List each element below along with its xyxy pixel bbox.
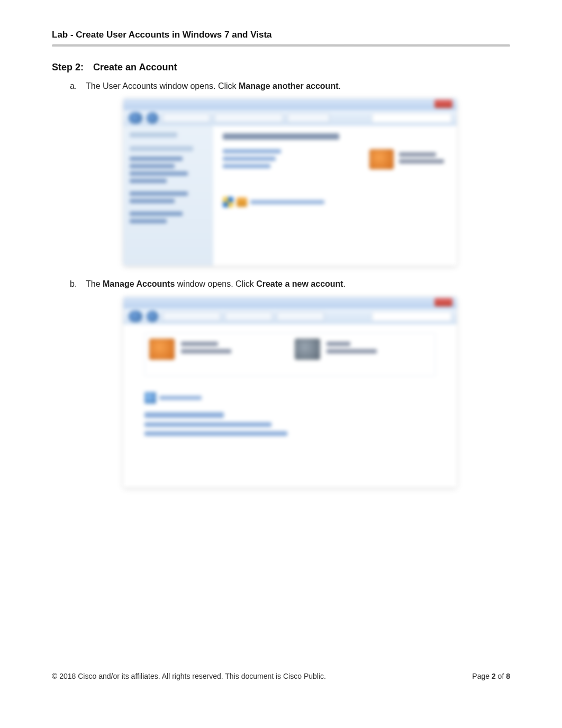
current-account-tile	[369, 149, 444, 169]
sidebar-link[interactable]	[130, 192, 188, 196]
page-total: 8	[506, 672, 510, 680]
breadcrumb[interactable]	[214, 113, 283, 123]
list-text: The Manage Accounts window opens. Click …	[86, 278, 346, 290]
step-title-text: Create an Account	[93, 62, 177, 72]
list-item: b. The Manage Accounts window opens. Cli…	[70, 278, 510, 290]
bold-manage-accounts: Manage Accounts	[103, 279, 175, 288]
address-bar	[123, 308, 457, 324]
parental-controls-link[interactable]	[144, 392, 436, 404]
sidebar-link[interactable]	[130, 199, 175, 203]
sidebar-link[interactable]	[130, 164, 175, 168]
forward-button[interactable]	[147, 112, 158, 124]
back-button[interactable]	[129, 112, 142, 124]
breadcrumb[interactable]	[277, 312, 324, 321]
shield-icon	[223, 197, 233, 207]
accounts-grid	[144, 333, 436, 376]
content-heading	[223, 133, 339, 140]
account-name	[399, 152, 436, 157]
account-link[interactable]	[144, 431, 287, 436]
list-item: a. The User Accounts window opens. Click…	[70, 80, 510, 92]
breadcrumb[interactable]	[162, 312, 221, 321]
close-icon[interactable]	[434, 99, 452, 108]
uac-link[interactable]	[223, 197, 447, 207]
account-tile[interactable]	[295, 339, 377, 360]
link-text	[159, 396, 202, 400]
close-icon[interactable]	[434, 298, 452, 306]
breadcrumb[interactable]	[287, 113, 330, 123]
sidebar-heading	[130, 132, 177, 138]
search-input[interactable]	[372, 312, 451, 321]
page-indicator: Page 2 of 8	[472, 672, 510, 680]
header-divider	[52, 44, 510, 47]
address-bar	[123, 110, 457, 126]
account-link[interactable]	[223, 164, 270, 168]
uac-text	[250, 200, 324, 204]
step-label: Step 2:	[52, 62, 84, 72]
text-after: .	[343, 279, 346, 288]
back-button[interactable]	[129, 311, 142, 322]
list-marker: a.	[70, 80, 79, 92]
sidebar-heading	[130, 146, 193, 151]
text-mid: window opens. Click	[175, 279, 256, 288]
step-heading: Step 2:Create an Account	[52, 62, 510, 73]
main-content	[213, 126, 457, 266]
sidebar	[123, 126, 213, 266]
main-content	[123, 324, 457, 487]
window-titlebar	[123, 98, 457, 110]
forward-button[interactable]	[147, 311, 158, 322]
account-type	[399, 159, 444, 163]
account-name	[181, 342, 218, 346]
sidebar-link[interactable]	[130, 157, 183, 161]
screenshot-manage-accounts	[123, 297, 457, 487]
bold-manage-another: Manage another account	[239, 81, 338, 90]
account-type	[181, 349, 231, 353]
sidebar-link[interactable]	[130, 212, 183, 216]
text-before: The	[86, 279, 103, 288]
account-link[interactable]	[144, 422, 271, 427]
page-number: 2	[492, 672, 496, 680]
search-input[interactable]	[372, 113, 451, 123]
copyright: © 2018 Cisco and/or its affiliates. All …	[52, 672, 326, 680]
additional-action-heading	[144, 412, 224, 418]
lab-title: Lab - Create User Accounts in Windows 7 …	[52, 30, 510, 43]
account-name	[327, 342, 350, 346]
account-tile[interactable]	[149, 339, 231, 360]
sidebar-link[interactable]	[130, 171, 188, 176]
shield-icon	[237, 197, 247, 207]
account-link[interactable]	[223, 157, 276, 161]
sidebar-link[interactable]	[130, 179, 167, 183]
avatar-icon	[149, 339, 175, 360]
of-label: of	[496, 672, 506, 680]
avatar-icon	[295, 339, 320, 360]
avatar-icon	[369, 149, 394, 169]
parental-icon	[144, 392, 156, 404]
page-footer: © 2018 Cisco and/or its affiliates. All …	[52, 672, 510, 680]
text-after: .	[339, 81, 341, 90]
window-titlebar	[123, 297, 457, 308]
account-link[interactable]	[223, 149, 281, 153]
breadcrumb[interactable]	[162, 113, 210, 123]
bold-create-new: Create a new account	[256, 279, 343, 288]
account-type	[327, 349, 377, 353]
list-marker: b.	[70, 278, 79, 290]
screenshot-user-accounts	[123, 98, 457, 266]
list-text: The User Accounts window opens. Click Ma…	[86, 80, 341, 92]
sidebar-link[interactable]	[130, 219, 167, 223]
text-before: The User Accounts window opens. Click	[86, 81, 239, 90]
breadcrumb[interactable]	[225, 312, 273, 321]
page-label: Page	[472, 672, 492, 680]
